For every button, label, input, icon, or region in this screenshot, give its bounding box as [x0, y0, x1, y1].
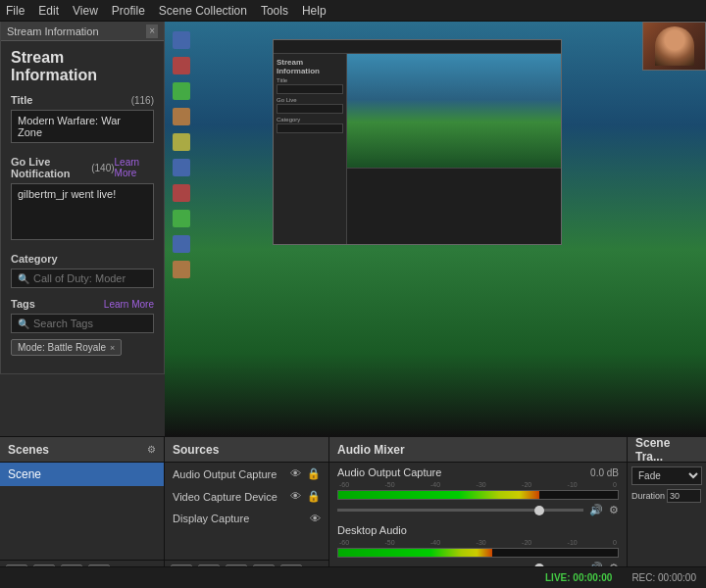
nested-field-2 [277, 104, 343, 114]
source-label-video: Video Capture Device [173, 491, 277, 503]
title-section: Title (116) Modern Warfare: War Zone [11, 94, 154, 146]
eye-icon-3[interactable]: 👁 [310, 513, 321, 524]
tags-learn-more-link[interactable]: Learn More [104, 299, 154, 310]
title-char-count: (116) [131, 95, 154, 106]
scenes-panel: Scenes ⚙ Scene + − ∧ ∨ [0, 437, 165, 588]
source-item-display[interactable]: Display Capture 👁 [165, 508, 328, 529]
scenes-header-icons: ⚙ [147, 444, 156, 455]
tick-4: -30 [477, 481, 486, 488]
audio-meter-fill-2 [338, 549, 492, 557]
sources-panel: Sources Audio Output Capture 👁 🔒 Video C… [165, 437, 329, 588]
transition-type-select[interactable]: Fade [631, 466, 702, 485]
notification-input[interactable]: gilbertm_jr went live! [11, 183, 154, 240]
desktop-icon-3 [173, 82, 190, 100]
notification-section: Go Live Notification (140) Learn More gi… [11, 156, 154, 243]
audio-track-1-header: Audio Output Capture 0.0 dB [337, 466, 619, 478]
tick-7: 0 [613, 481, 617, 488]
panel-title-bar: Stream Information × [1, 22, 164, 41]
desktop-icon-8 [173, 210, 190, 227]
menu-item-help[interactable]: Help [302, 4, 327, 18]
rec-status: REC: 00:00:00 [631, 572, 696, 583]
audio-tick-marks-1: -60 -50 -40 -30 -20 -10 0 [337, 481, 619, 488]
audio-meter-1 [337, 490, 619, 500]
lock-icon-2[interactable]: 🔒 [307, 490, 321, 503]
tags-label: Tags [11, 298, 35, 310]
audio-settings-button-1[interactable]: ⚙ [609, 504, 619, 516]
source-item-video[interactable]: Video Capture Device 👁 🔒 [165, 485, 328, 508]
tag-chip: Mode: Battle Royale × [11, 339, 122, 356]
tick2-4: -30 [477, 539, 486, 546]
menu-item-tools[interactable]: Tools [261, 4, 288, 18]
duration-input[interactable] [667, 489, 701, 503]
learn-more-link[interactable]: Learn More [115, 157, 154, 178]
desktop-icon-7 [173, 184, 190, 202]
tick-5: -20 [522, 481, 531, 488]
obs-nested-header [274, 40, 561, 54]
audio-controls-1: 🔊 ⚙ [337, 504, 619, 516]
transitions-panel-title: Scene Tra... [635, 436, 698, 464]
menu-bar: File Edit View Profile Scene Collection … [0, 0, 706, 22]
tick-1: -60 [339, 481, 349, 488]
audio-panel-title: Audio Mixer [337, 443, 405, 457]
source-icons-video: 👁 🔒 [290, 490, 321, 503]
tick2-7: 0 [613, 539, 617, 546]
stream-info-panel: Stream Information × Stream Information … [0, 22, 165, 374]
scenes-config-button[interactable]: ⚙ [147, 444, 156, 455]
obs-nested-sidebar: Stream Information Title Go Live Categor… [274, 54, 347, 244]
eye-icon-2[interactable]: 👁 [290, 490, 301, 503]
stream-info-heading: Stream Information [11, 49, 154, 84]
audio-meter-fill-1 [338, 491, 539, 499]
tags-search-box[interactable]: 🔍 [11, 314, 154, 333]
category-search-box[interactable]: 🔍 [11, 269, 154, 288]
obs-nested-preview [347, 54, 561, 244]
menu-item-scene-collection[interactable]: Scene Collection [159, 4, 247, 18]
volume-slider-1[interactable] [337, 509, 583, 512]
desktop-icon-9 [173, 235, 190, 253]
audio-panel-header: Audio Mixer [329, 437, 627, 463]
source-label-display: Display Capture [173, 513, 249, 524]
title-input[interactable]: Modern Warfare: War Zone [11, 110, 154, 143]
tag-chip-label: Mode: Battle Royale [18, 342, 106, 353]
desktop-icon-4 [173, 108, 190, 125]
audio-meter-2 [337, 548, 619, 558]
nested-label-3: Category [277, 117, 343, 122]
tags-input[interactable] [33, 318, 169, 329]
lock-icon[interactable]: 🔒 [307, 467, 321, 480]
preview-container: Stream Information Title Go Live Categor… [165, 22, 706, 436]
status-bar: LIVE: 00:00:00 REC: 00:00:00 [0, 566, 706, 588]
mute-button-1[interactable]: 🔊 [589, 504, 603, 516]
menu-item-profile[interactable]: Profile [112, 4, 145, 18]
tags-search-icon: 🔍 [18, 318, 29, 329]
tag-remove-button[interactable]: × [110, 343, 115, 353]
sources-panel-header: Sources [165, 437, 328, 463]
sources-panel-title: Sources [173, 443, 219, 457]
title-label: Title [11, 94, 32, 106]
eye-icon[interactable]: 👁 [290, 467, 301, 480]
source-item-audio[interactable]: Audio Output Capture 👁 🔒 [165, 463, 328, 485]
tick2-1: -60 [339, 539, 349, 546]
volume-knob-1[interactable] [534, 506, 544, 515]
menu-item-view[interactable]: View [73, 4, 98, 18]
category-input[interactable] [33, 272, 169, 284]
scenes-panel-header: Scenes ⚙ [0, 437, 164, 463]
tags-section: Tags Learn More 🔍 Mode: Battle Royale × [11, 298, 154, 356]
notification-label: Go Live Notification [11, 156, 91, 179]
notification-char-count: (140) [91, 163, 114, 173]
scene-item-scene[interactable]: Scene [0, 463, 164, 486]
menu-item-file[interactable]: File [6, 4, 25, 18]
audio-track-1: Audio Output Capture 0.0 dB -60 -50 -40 … [329, 463, 627, 520]
obs-nested-bottom-panel [347, 168, 561, 244]
obs-nested-screenshot: Stream Information Title Go Live Categor… [273, 39, 562, 245]
duration-label: Duration [631, 491, 665, 501]
search-icon: 🔍 [18, 273, 29, 284]
panel-close-button[interactable]: × [146, 24, 158, 38]
audio-track-2-name: Desktop Audio [337, 524, 407, 536]
webcam-thumbnail [642, 22, 706, 71]
audio-track-1-name: Audio Output Capture [337, 466, 441, 478]
scenes-panel-title: Scenes [8, 443, 49, 457]
nested-field-3 [277, 123, 343, 133]
stream-info-content: Stream Information Title (116) Modern Wa… [1, 41, 164, 373]
nested-field-1 [277, 84, 343, 94]
desktop-icon-2 [173, 57, 190, 74]
menu-item-edit[interactable]: Edit [38, 4, 59, 18]
